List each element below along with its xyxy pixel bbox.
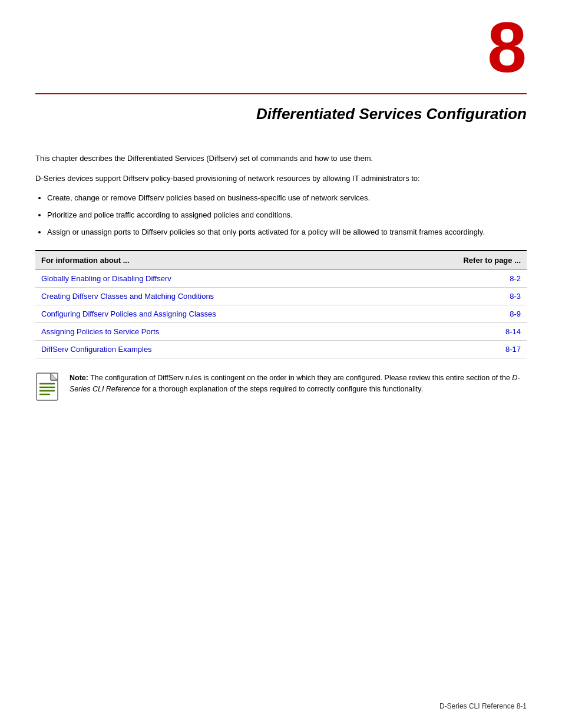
toc-link[interactable]: DiffServ Configuration Examples <box>35 341 394 358</box>
list-item: Prioritize and police traffic according … <box>47 209 527 222</box>
toc-page[interactable]: 8-3 <box>394 288 527 305</box>
intro-paragraph-2: D-Series devices support Diffserv policy… <box>35 173 527 185</box>
chapter-number: 8 <box>487 12 527 83</box>
table-row: DiffServ Configuration Examples 8-17 <box>35 341 527 358</box>
note-label: Note: <box>70 374 88 382</box>
toc-page[interactable]: 8-17 <box>394 341 527 358</box>
table-row: Creating Diffserv Classes and Matching C… <box>35 288 527 305</box>
table-row: Configuring Diffserv Policies and Assign… <box>35 305 527 323</box>
note-body-1: The configuration of DiffServ rules is c… <box>90 374 512 382</box>
toc-page[interactable]: 8-2 <box>394 270 527 288</box>
toc-link-anchor[interactable]: Creating Diffserv Classes and Matching C… <box>41 292 214 301</box>
note-body-2: for a thorough explanation of the steps … <box>140 385 424 393</box>
chapter-header: 8 <box>35 0 527 94</box>
table-row: Globally Enabling or Disabling Diffserv … <box>35 270 527 288</box>
toc-header-col1: For information about ... <box>35 251 394 270</box>
toc-page[interactable]: 8-9 <box>394 305 527 323</box>
bullet-list: Create, change or remove Diffserv polici… <box>47 192 527 238</box>
note-box: Note: The configuration of DiffServ rule… <box>35 373 527 403</box>
table-row: Assigning Policies to Service Ports 8-14 <box>35 323 527 341</box>
toc-header-col2: Refer to page ... <box>394 251 527 270</box>
toc-link[interactable]: Configuring Diffserv Policies and Assign… <box>35 305 394 323</box>
note-icon <box>35 373 61 403</box>
toc-page-anchor[interactable]: 8-3 <box>510 292 521 301</box>
toc-page-anchor[interactable]: 8-14 <box>505 327 521 336</box>
list-item: Create, change or remove Diffserv polici… <box>47 192 527 205</box>
page: 8 Differentiated Services Configuration … <box>0 0 562 728</box>
toc-page-anchor[interactable]: 8-9 <box>510 309 521 318</box>
toc-table: For information about ... Refer to page … <box>35 250 527 358</box>
toc-link-anchor[interactable]: Globally Enabling or Disabling Diffserv <box>41 274 171 283</box>
toc-page-anchor[interactable]: 8-2 <box>510 274 521 283</box>
list-item: Assign or unassign ports to Diffserv pol… <box>47 226 527 239</box>
toc-link[interactable]: Creating Diffserv Classes and Matching C… <box>35 288 394 305</box>
toc-link[interactable]: Assigning Policies to Service Ports <box>35 323 394 341</box>
intro-paragraph-1: This chapter describes the Differentiate… <box>35 153 527 164</box>
toc-link-anchor[interactable]: Configuring Diffserv Policies and Assign… <box>41 309 216 318</box>
note-text: Note: The configuration of DiffServ rule… <box>70 373 527 395</box>
toc-page-anchor[interactable]: 8-17 <box>505 345 521 354</box>
toc-link-anchor[interactable]: Assigning Policies to Service Ports <box>41 327 159 336</box>
toc-link-anchor[interactable]: DiffServ Configuration Examples <box>41 345 152 354</box>
page-footer: D-Series CLI Reference 8-1 <box>439 702 527 710</box>
toc-page[interactable]: 8-14 <box>394 323 527 341</box>
main-content: This chapter describes the Differentiate… <box>0 141 562 427</box>
chapter-title: Differentiated Services Configuration <box>0 94 562 141</box>
toc-link[interactable]: Globally Enabling or Disabling Diffserv <box>35 270 394 288</box>
